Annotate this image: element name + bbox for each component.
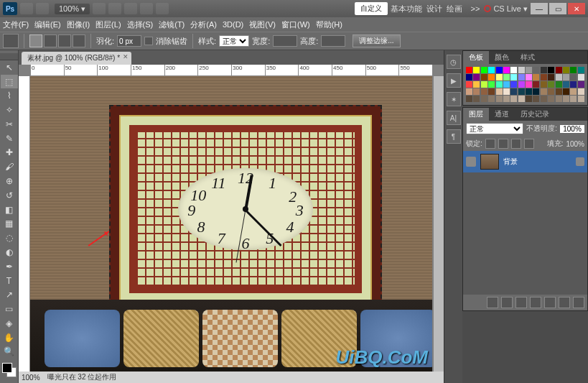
link-icon[interactable] [487,297,498,308]
swatch-color[interactable] [496,81,503,88]
heal-tool-icon[interactable]: ✚ [1,146,18,160]
doc-tab-close-icon[interactable]: ✕ [123,53,129,60]
hand-tool-icon[interactable]: ✋ [1,331,18,345]
swatch-color[interactable] [563,67,569,73]
rotate-icon[interactable] [124,3,137,14]
sel-subtract-icon[interactable] [58,34,71,47]
swatch-color[interactable] [496,88,503,95]
swatch-color[interactable] [466,67,472,73]
swatch-color[interactable] [570,81,577,88]
workspace-design[interactable]: 设计 [426,4,442,14]
swatch-color[interactable] [518,96,525,102]
sel-add-icon[interactable] [44,34,57,47]
swatch-color[interactable] [563,96,569,102]
swatch-color[interactable] [548,74,554,80]
swatch-color[interactable] [548,67,554,73]
blur-tool-icon[interactable]: ◌ [1,231,18,245]
minibridge-icon[interactable] [36,3,49,14]
swatch-color[interactable] [503,88,510,95]
swatch-color[interactable] [541,96,547,102]
3d-tool-icon[interactable]: ◈ [1,316,18,331]
swatch-color[interactable] [481,96,487,102]
path-tool-icon[interactable]: ↗ [1,287,18,302]
eraser-tool-icon[interactable]: ◧ [1,203,18,217]
swatch-color[interactable] [518,81,525,88]
char-icon[interactable]: A| [447,111,461,125]
swatch-color[interactable] [548,96,554,102]
menu-layer[interactable]: 图层(L) [95,19,121,30]
width-input[interactable] [273,35,297,47]
swatch-color[interactable] [488,67,495,73]
swatch-color[interactable] [510,88,517,95]
swatch-color[interactable] [518,88,525,95]
new-layer-icon[interactable] [559,297,570,308]
blend-mode-select[interactable]: 正常 [466,123,523,134]
dodge-tool-icon[interactable]: ◐ [1,245,18,259]
workspace-basic[interactable]: 基本功能 [391,4,422,14]
fg-color[interactable] [2,363,12,373]
type-tool-icon[interactable]: T [1,274,18,288]
bridge-icon[interactable] [20,3,33,14]
swatch-color[interactable] [526,74,532,80]
menu-filter[interactable]: 滤镜(T) [159,19,185,30]
fx-icon[interactable] [501,297,513,308]
swatch-color[interactable] [473,67,480,73]
swatch-color[interactable] [526,88,532,95]
color-swatches[interactable] [0,361,18,383]
current-tool-icon[interactable] [3,34,19,48]
layer-row-background[interactable]: 背景 [463,151,587,172]
tab-swatches[interactable]: 色板 [463,51,489,64]
menu-help[interactable]: 帮助(H) [316,19,342,30]
crop-tool-icon[interactable]: ✂ [1,117,18,131]
swatch-color[interactable] [556,96,562,102]
menu-select[interactable]: 选择(S) [127,19,154,30]
sel-intersect-icon[interactable] [73,34,85,47]
swatch-color[interactable] [578,96,584,102]
swatch-color[interactable] [570,88,577,95]
swatch-color[interactable] [556,67,562,73]
canvas[interactable]: 12 1 2 3 4 5 6 7 8 9 10 [30,76,432,372]
lock-trans-icon[interactable] [485,139,495,149]
menu-3d[interactable]: 3D(D) [223,20,243,29]
zoom-tool-icon[interactable]: 🔍 [1,345,18,359]
tab-history[interactable]: 历史记录 [515,108,555,121]
history-brush-icon[interactable]: ↺ [1,188,18,203]
swatch-color[interactable] [541,81,547,88]
swatch-color[interactable] [518,67,525,73]
toolbox-collapse[interactable] [0,53,18,60]
menu-image[interactable]: 图像(I) [67,19,90,30]
ruler-vertical[interactable] [19,76,30,372]
swatch-color[interactable] [496,74,503,80]
arrange-icon[interactable] [140,3,153,14]
swatch-color[interactable] [533,67,539,73]
zoom-dropdown[interactable]: 100% ▾ [55,4,90,14]
para-icon[interactable]: ¶ [447,129,461,144]
feather-input[interactable] [117,35,141,47]
swatch-color[interactable] [578,88,584,95]
swatch-color[interactable] [563,74,569,80]
swatch-color[interactable] [473,81,480,88]
mask-icon[interactable] [515,297,527,308]
trash-icon[interactable] [573,297,584,308]
swatch-color[interactable] [518,74,525,80]
swatch-color[interactable] [473,88,480,95]
swatch-color[interactable] [578,67,584,73]
tab-styles[interactable]: 样式 [515,51,541,64]
swatch-color[interactable] [510,74,517,80]
brushes-icon[interactable]: ✶ [447,92,461,106]
menu-window[interactable]: 窗口(W) [281,19,310,30]
swatch-color[interactable] [503,67,510,73]
lasso-tool-icon[interactable]: ⌇ [1,88,18,103]
swatch-color[interactable] [541,74,547,80]
shape-tool-icon[interactable]: ▭ [1,302,18,316]
swatch-color[interactable] [466,96,472,102]
zoom-icon[interactable] [108,3,121,14]
swatch-color[interactable] [556,81,562,88]
swatch-color[interactable] [533,88,539,95]
swatch-color[interactable] [570,67,577,73]
swatch-color[interactable] [548,88,554,95]
lock-pixels-icon[interactable] [498,139,508,149]
swatch-color[interactable] [473,74,480,80]
swatch-color[interactable] [488,81,495,88]
swatch-color[interactable] [503,74,510,80]
